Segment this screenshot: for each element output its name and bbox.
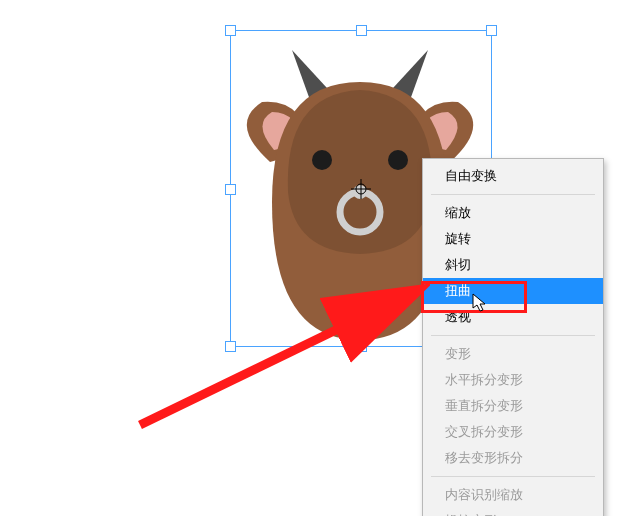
separator	[431, 194, 595, 195]
menu-item-scale[interactable]: 缩放	[423, 200, 603, 226]
separator	[431, 476, 595, 477]
svg-point-4	[356, 184, 366, 194]
separator	[431, 335, 595, 336]
context-menu: 自由变换 缩放 旋转 斜切 扭曲 透视 变形 水平拆分变形 垂直拆分变形 交叉拆…	[422, 158, 604, 516]
handle-left[interactable]	[225, 184, 236, 195]
menu-item-free-transform[interactable]: 自由变换	[423, 163, 603, 189]
handle-top-right[interactable]	[486, 25, 497, 36]
handle-bottom-left[interactable]	[225, 341, 236, 352]
pivot-crosshair-icon	[351, 179, 371, 199]
menu-item-split-h: 水平拆分变形	[423, 367, 603, 393]
handle-top-left[interactable]	[225, 25, 236, 36]
menu-item-content-aware: 内容识别缩放	[423, 482, 603, 508]
canvas[interactable]: 自由变换 缩放 旋转 斜切 扭曲 透视 变形 水平拆分变形 垂直拆分变形 交叉拆…	[0, 0, 620, 516]
menu-item-puppet: 操控变形	[423, 508, 603, 516]
handle-top[interactable]	[356, 25, 367, 36]
menu-item-remove-split: 移去变形拆分	[423, 445, 603, 471]
menu-item-split-x: 交叉拆分变形	[423, 419, 603, 445]
menu-item-rotate[interactable]: 旋转	[423, 226, 603, 252]
menu-item-perspective[interactable]: 透视	[423, 304, 603, 330]
menu-item-split-v: 垂直拆分变形	[423, 393, 603, 419]
menu-item-warp: 变形	[423, 341, 603, 367]
menu-item-skew[interactable]: 斜切	[423, 252, 603, 278]
menu-item-distort[interactable]: 扭曲	[423, 278, 603, 304]
handle-bottom[interactable]	[356, 341, 367, 352]
